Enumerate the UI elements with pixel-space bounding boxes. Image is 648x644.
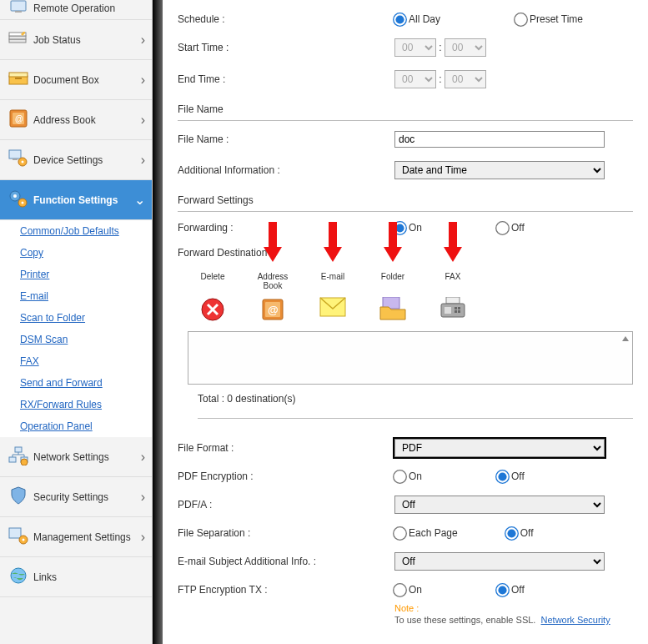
sidebar-item-device[interactable]: Device Settings › xyxy=(0,140,152,180)
sidebar-item-docbox[interactable]: Document Box › xyxy=(0,60,152,100)
schedule-preset-radio[interactable]: Preset Time xyxy=(515,13,583,25)
addressbook-button[interactable]: @ xyxy=(254,297,291,325)
filename-input[interactable] xyxy=(394,131,605,148)
network-icon xyxy=(7,445,30,468)
radio-label: On xyxy=(409,584,422,596)
svg-rect-19 xyxy=(15,447,22,452)
sidebar-item-remote[interactable]: Remote Operation xyxy=(0,0,152,20)
ftp-on-radio[interactable]: On xyxy=(394,584,422,596)
svg-point-18 xyxy=(22,202,24,204)
dest-col-label: FAX xyxy=(445,272,461,281)
start-hour-select[interactable]: 00 xyxy=(394,38,436,57)
sidebar-item-mgmt[interactable]: Management Settings › xyxy=(0,517,152,557)
dest-col-label: Folder xyxy=(381,272,404,281)
sidebar-submenu: Common/Job Defaults Copy Printer E-mail … xyxy=(0,220,152,437)
svg-point-22 xyxy=(21,459,28,465)
sidebar-item-address[interactable]: @ Address Book › xyxy=(0,100,152,140)
pdfenc-label: PDF Encryption : xyxy=(178,470,394,482)
sub-scan[interactable]: Scan to Folder xyxy=(0,307,152,329)
sub-sendfwd[interactable]: Send and Forward xyxy=(0,372,152,394)
end-hour-select[interactable]: 00 xyxy=(394,70,436,88)
radio-label: Preset Time xyxy=(530,13,583,25)
end-min-select[interactable]: 00 xyxy=(445,70,486,88)
sub-printer[interactable]: Printer xyxy=(0,264,152,285)
radio-label: All Day xyxy=(409,13,440,25)
fax-button[interactable] xyxy=(435,297,471,325)
sidebar-item-jobstatus[interactable]: Job Status › xyxy=(0,20,152,60)
radio-label: Off xyxy=(511,222,525,234)
colon: : xyxy=(436,42,445,53)
fwd-off-radio[interactable]: Off xyxy=(497,222,525,234)
addinfo-select[interactable]: Date and Time xyxy=(394,161,605,179)
filesep-off-radio[interactable]: Off xyxy=(506,527,534,539)
destination-listbox[interactable] xyxy=(188,331,633,385)
svg-rect-11 xyxy=(9,150,21,158)
pdfa-select[interactable]: Off xyxy=(394,496,605,514)
filesep-each-radio[interactable]: Each Page xyxy=(394,527,458,539)
svg-rect-38 xyxy=(455,310,457,313)
forwarding-label: Forwarding : xyxy=(178,222,394,234)
monitor-icon xyxy=(7,0,30,16)
pdfenc-on-radio[interactable]: On xyxy=(394,470,422,482)
sub-email[interactable]: E-mail xyxy=(0,285,152,307)
radio-label: On xyxy=(409,222,422,234)
svg-rect-3 xyxy=(9,36,26,39)
sub-common[interactable]: Common/Job Defaults xyxy=(0,220,152,242)
svg-rect-23 xyxy=(9,528,21,538)
subj-select[interactable]: Off xyxy=(394,552,605,571)
svg-text:@: @ xyxy=(15,114,23,123)
colon: : xyxy=(436,73,445,85)
section-forward: Forward Settings xyxy=(178,186,633,212)
dest-col-delete: Delete xyxy=(194,272,231,290)
pdfenc-off-radio[interactable]: Off xyxy=(497,470,525,482)
start-min-select[interactable]: 00 xyxy=(445,38,486,57)
annotation-arrow-icon xyxy=(442,222,464,264)
sidebar-item-security[interactable]: Security Settings › xyxy=(0,477,152,517)
sub-dsm[interactable]: DSM Scan xyxy=(0,329,152,350)
sub-fax[interactable]: FAX xyxy=(0,350,152,372)
chevron-right-icon: › xyxy=(141,73,145,88)
sub-rxrules[interactable]: RX/Forward Rules xyxy=(0,394,152,415)
sidebar-item-links[interactable]: Links xyxy=(0,557,152,597)
scroll-up-icon[interactable] xyxy=(620,334,630,344)
delete-button[interactable] xyxy=(194,297,231,325)
email-button[interactable] xyxy=(314,297,351,325)
svg-rect-2 xyxy=(9,39,26,43)
sidebar-item-function[interactable]: Function Settings ⌄ xyxy=(0,180,152,220)
sidebar-item-network[interactable]: Network Settings › xyxy=(0,437,152,477)
dest-col-folder: Folder xyxy=(374,272,411,290)
svg-point-25 xyxy=(23,539,25,541)
ftp-label: FTP Encryption TX : xyxy=(178,584,394,596)
svg-point-14 xyxy=(22,161,24,164)
fileformat-select[interactable]: PDF xyxy=(394,439,605,457)
dest-total: Total : 0 destination(s) xyxy=(198,393,633,419)
folder-button[interactable] xyxy=(374,297,411,325)
end-time-label: End Time : xyxy=(178,73,394,85)
chevron-right-icon: › xyxy=(141,113,145,128)
radio-label: Off xyxy=(511,470,525,482)
sub-oppanel[interactable]: Operation Panel xyxy=(0,415,152,437)
ftp-off-radio[interactable]: Off xyxy=(497,584,525,596)
start-time-label: Start Time : xyxy=(178,42,394,53)
radio-label: Off xyxy=(520,527,534,539)
sub-copy[interactable]: Copy xyxy=(0,242,152,264)
pdfa-label: PDF/A : xyxy=(178,499,394,511)
addinfo-label: Additional Information : xyxy=(178,164,394,176)
sidebar-label: Document Box xyxy=(33,74,99,86)
sidebar-label: Management Settings xyxy=(33,531,131,543)
schedule-allday-radio[interactable]: All Day xyxy=(394,13,440,25)
network-security-link[interactable]: Network Security xyxy=(541,615,610,625)
addressbook-icon: @ xyxy=(7,108,30,131)
svg-rect-35 xyxy=(445,307,451,314)
filesep-label: File Separation : xyxy=(178,527,394,539)
main-panel: Schedule : All Day Preset Time Start Tim… xyxy=(163,0,648,644)
stack-icon xyxy=(7,29,30,50)
svg-rect-36 xyxy=(455,307,457,309)
radio-label: On xyxy=(409,470,422,482)
chevron-right-icon: › xyxy=(141,33,145,48)
sidebar-label: Function Settings xyxy=(33,194,118,206)
svg-point-26 xyxy=(11,568,26,583)
sidebar: Remote Operation Job Status › Document B… xyxy=(0,0,153,644)
sidebar-label: Security Settings xyxy=(33,491,108,503)
dest-col-ab: Address Book xyxy=(254,272,291,290)
